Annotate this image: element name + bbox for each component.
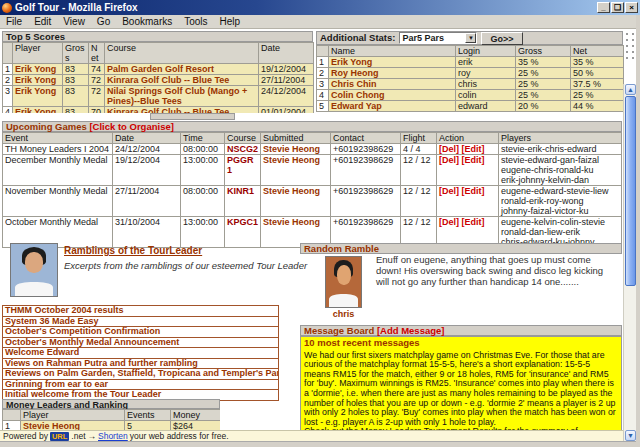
delete-link[interactable]: [Del]	[439, 144, 459, 154]
click-to-organise-link[interactable]: [Click to Organise]	[89, 121, 173, 132]
horizontal-scrollbar[interactable]	[0, 113, 623, 121]
title-bar: Golf Tour - Mozilla Firefox _ ❏ ×	[0, 0, 640, 15]
action-cell: [Del] [Edit]	[437, 155, 499, 186]
delete-link[interactable]: [Del]	[439, 217, 459, 227]
articles-list: THMM October 2004 results System 36 Made…	[2, 306, 279, 401]
chris-caption: chris	[325, 309, 362, 319]
edit-link[interactable]: [Edit]	[462, 217, 485, 227]
contact-header: Contact	[331, 133, 401, 144]
add-message-link[interactable]: [Add Message]	[377, 325, 445, 336]
date-header: Date	[259, 43, 314, 64]
tour-leader-photo	[10, 243, 58, 297]
time-cell: 08:00:00	[181, 144, 225, 155]
window-title: Golf Tour - Mozilla Firefox	[15, 2, 597, 13]
delete-link[interactable]: [Del]	[439, 155, 459, 165]
random-ramble-header: Random Ramble	[300, 243, 622, 254]
horizontal-scrollbar-thumb[interactable]	[150, 113, 235, 120]
menu-tools[interactable]: Tools	[178, 16, 213, 27]
name-cell: Edward Yap	[329, 101, 456, 112]
minimize-button[interactable]: _	[597, 2, 610, 13]
vertical-scrollbar[interactable]: ▲ ▼	[623, 84, 636, 441]
net-header: Net	[571, 46, 624, 57]
players-cell: stevie-edward-gan-faizal eugene-chris-ro…	[499, 155, 622, 186]
event-header: Event	[3, 133, 113, 144]
table-row: 1 Erik Yong 83 74 Palm Garden Golf Resor…	[3, 64, 314, 75]
additional-stats-label: Additional Stats:	[320, 33, 395, 43]
login-cell: colin	[456, 90, 516, 101]
rank-cell: 4	[317, 90, 329, 101]
player-cell: Erik Yong	[13, 86, 63, 107]
table-row: 5 Edward Yap edward 20 % 44 %	[317, 101, 624, 112]
money-header: Money	[171, 410, 221, 421]
menu-view[interactable]: View	[57, 16, 91, 27]
gross-cell: 83	[63, 75, 89, 86]
player-header: Player	[13, 43, 63, 64]
maximize-button[interactable]: ❏	[611, 2, 624, 13]
net-cell: 72	[89, 86, 105, 107]
shorten-link[interactable]: Shorten	[98, 431, 128, 441]
bottom-border	[0, 441, 640, 447]
event-cell: TH Money Leaders I 2004	[3, 144, 113, 155]
date-cell: 24/12/2004	[259, 86, 314, 107]
submitted-cell: Stevie Heong	[261, 144, 331, 155]
additional-stats-header: Additional Stats: Par5 Pars ▼ Go>>	[316, 31, 623, 45]
course-cell: NSCG2	[225, 144, 261, 155]
rank-cell: 2	[317, 68, 329, 79]
delete-link[interactable]: [Del]	[439, 186, 459, 196]
event-cell: November Monthly Medal	[3, 186, 113, 217]
name-cell: Roy Heong	[329, 68, 456, 79]
menu-bookmarks[interactable]: Bookmarks	[116, 16, 178, 27]
gross-header: Gross	[516, 46, 571, 57]
login-cell: chris	[456, 79, 516, 90]
table-row: 2 Erik Yong 83 72 Kinrara Golf Club -- B…	[3, 75, 314, 86]
course-header: Course	[105, 43, 259, 64]
article-link[interactable]: Reviews on Palm Garden, Staffield, Tropi…	[2, 368, 279, 380]
date-cell: 27/11/2004	[113, 186, 181, 217]
action-cell: [Del] [Edit]	[437, 186, 499, 217]
name-cell: Colin Chong	[329, 90, 456, 101]
name-header: Name	[329, 46, 456, 57]
menu-go[interactable]: Go	[91, 16, 116, 27]
go-button[interactable]: Go>>	[481, 32, 522, 45]
stats-type-select[interactable]: Par5 Pars ▼	[399, 32, 477, 44]
players-cell: eugene-edward-stevie-liew ronald-erik-ro…	[499, 186, 622, 217]
table-header-row: Event Date Time Course Submitted Contact…	[3, 133, 622, 144]
upcoming-games-table: Event Date Time Course Submitted Contact…	[2, 132, 622, 248]
gross-cell: 83	[63, 64, 89, 75]
time-cell: 13:00:00	[181, 155, 225, 186]
date-cell: 19/12/2004	[259, 64, 314, 75]
message-board-title: Message Board	[304, 325, 374, 336]
chevron-down-icon[interactable]: ▼	[465, 33, 476, 43]
close-button[interactable]: ×	[625, 2, 638, 13]
time-cell: 08:00:00	[181, 186, 225, 217]
date-cell: 19/12/2004	[113, 155, 181, 186]
random-ramble-text: Enuff on eugene, anything that goes up m…	[376, 254, 618, 287]
edit-link[interactable]: [Edit]	[462, 186, 485, 196]
net-header: Net	[89, 43, 105, 64]
flight-cell: 12 / 12	[401, 186, 437, 217]
scroll-up-arrow[interactable]: ▲	[625, 84, 636, 95]
table-row: TH Money Leaders I 2004 24/12/2004 08:00…	[3, 144, 622, 155]
menu-help[interactable]: Help	[214, 16, 247, 27]
net-cell: 44 %	[571, 101, 624, 112]
date-cell: 24/12/2004	[113, 144, 181, 155]
powered-by-text: Powered by	[3, 431, 48, 441]
menu-edit[interactable]: Edit	[28, 16, 57, 27]
login-cell: roy	[456, 68, 516, 79]
edit-link[interactable]: [Edit]	[462, 144, 485, 154]
chris-photo	[325, 256, 362, 308]
menu-file[interactable]: File	[0, 16, 28, 27]
vertical-scrollbar-thumb[interactable]	[625, 96, 636, 286]
scroll-down-arrow[interactable]: ▼	[625, 430, 636, 441]
edit-link[interactable]: [Edit]	[462, 155, 485, 165]
login-cell: edward	[456, 101, 516, 112]
table-row: 3 Chris Chin chris 25 % 37.5 %	[317, 79, 624, 90]
gross-cell: 20 %	[516, 101, 571, 112]
contact-cell: +60192398629	[331, 144, 401, 155]
course-cell: KPGC1	[225, 217, 261, 248]
ramblings-title-link[interactable]: Ramblings of the TourLeader	[64, 245, 202, 256]
rank-header	[3, 410, 21, 421]
upcoming-games-header: Upcoming Games [Click to Organise]	[2, 121, 622, 132]
flight-cell: 4 / 4	[401, 144, 437, 155]
table-header-row: Player Gross Net Course Date	[3, 43, 314, 64]
